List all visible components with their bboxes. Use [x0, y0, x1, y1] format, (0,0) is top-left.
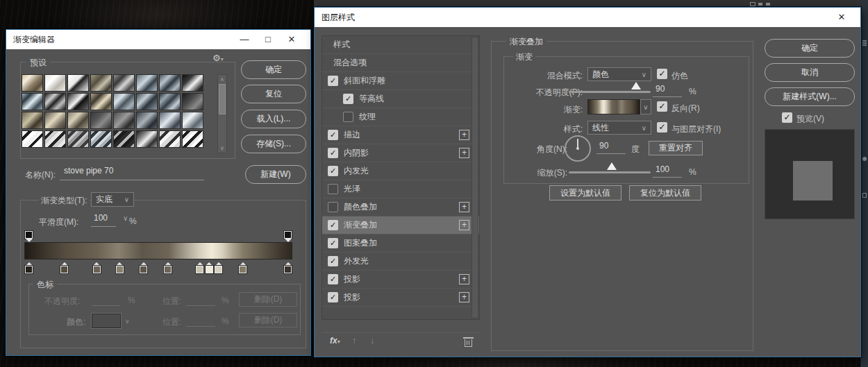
maximize-icon[interactable]: □: [256, 32, 280, 47]
effect-checkbox[interactable]: ✓: [328, 130, 338, 140]
gradient-preset-swatch[interactable]: [22, 112, 43, 129]
color-stop[interactable]: [205, 262, 214, 273]
gear-icon[interactable]: ⚙▾: [212, 53, 224, 63]
fx-menu-button[interactable]: fx▾: [330, 336, 340, 345]
gradient-preset-swatch[interactable]: [113, 74, 135, 92]
gradient-preset-swatch[interactable]: [67, 130, 89, 148]
effect-checkbox[interactable]: ✓: [328, 256, 338, 266]
gradient-preset-swatch[interactable]: [44, 74, 66, 92]
dither-checkbox[interactable]: ✓: [657, 69, 667, 79]
gradient-preset-swatch[interactable]: [159, 112, 181, 129]
effect-list-item[interactable]: 颜色叠加+: [322, 198, 479, 216]
effect-list-item[interactable]: 混合选项: [322, 54, 479, 72]
reverse-checkbox[interactable]: ✓: [657, 101, 667, 112]
gradient-preset-swatch[interactable]: [136, 74, 158, 92]
effect-checkbox[interactable]: ✓: [328, 148, 338, 158]
layer-style-ok-button[interactable]: 确定: [765, 39, 855, 58]
close-icon[interactable]: ✕: [830, 10, 853, 25]
color-stop[interactable]: [283, 262, 292, 273]
gradient-preset-swatch[interactable]: [90, 112, 112, 129]
effect-list-item[interactable]: ✓斜面和浮雕: [322, 72, 479, 90]
gradient-preset-swatch[interactable]: [113, 112, 135, 129]
preset-scrollbar[interactable]: ∧ ∨: [217, 74, 227, 153]
layer-style-cancel-button[interactable]: 取消: [765, 63, 855, 82]
effects-list-scroll-strip[interactable]: [471, 37, 478, 318]
color-stop[interactable]: [24, 262, 33, 273]
gradient-type-select[interactable]: 实底 ∨: [91, 192, 134, 207]
ok-button[interactable]: 确定: [241, 60, 306, 79]
color-stop[interactable]: [238, 262, 247, 273]
load-button[interactable]: 载入(L)...: [241, 110, 306, 128]
add-effect-icon[interactable]: +: [459, 202, 469, 212]
gradient-preset-swatch[interactable]: [159, 74, 181, 92]
gradient-preset-swatch[interactable]: [182, 130, 203, 148]
effect-checkbox[interactable]: ✓: [328, 238, 338, 248]
gradient-preset-swatch[interactable]: [182, 93, 203, 110]
effect-list-item[interactable]: ✓图案叠加: [322, 234, 479, 253]
blend-mode-select[interactable]: 颜色 ∨: [587, 67, 651, 81]
effect-checkbox[interactable]: ✓: [328, 292, 338, 302]
save-button[interactable]: 存储(S)...: [241, 135, 306, 153]
move-effect-up-icon[interactable]: ↑: [352, 336, 356, 345]
effect-checkbox[interactable]: [343, 112, 353, 122]
add-effect-icon[interactable]: +: [459, 148, 469, 158]
add-effect-icon[interactable]: +: [459, 130, 469, 140]
align-checkbox[interactable]: ✓: [657, 122, 667, 133]
effect-list-item[interactable]: ✓内阴影+: [322, 144, 479, 162]
gradient-preset-swatch[interactable]: [136, 130, 158, 148]
effect-list-item[interactable]: ✓外发光: [322, 253, 479, 271]
opacity-slider-thumb[interactable]: [631, 82, 641, 89]
reset-button[interactable]: 复位: [241, 85, 306, 103]
gradient-preview-dropdown[interactable]: [587, 99, 640, 114]
gradient-preset-swatch[interactable]: [44, 112, 66, 129]
effect-list-item[interactable]: 纹理: [322, 108, 479, 126]
trash-icon[interactable]: [465, 339, 472, 347]
color-stop[interactable]: [139, 262, 148, 273]
effect-list-item[interactable]: ✓投影+: [322, 289, 479, 307]
reset-alignment-button[interactable]: 重置对齐: [649, 141, 703, 155]
effect-list-item[interactable]: 样式: [322, 36, 479, 54]
effect-checkbox[interactable]: [328, 184, 338, 194]
gradient-preset-swatch[interactable]: [136, 112, 158, 129]
add-effect-icon[interactable]: +: [459, 220, 469, 230]
color-stop[interactable]: [195, 262, 204, 273]
effect-list-item[interactable]: ✓内发光: [322, 162, 479, 180]
scale-slider[interactable]: [569, 171, 651, 173]
minimize-icon[interactable]: —: [233, 32, 256, 47]
color-stop[interactable]: [214, 262, 223, 273]
gradient-preset-swatch[interactable]: [90, 93, 112, 110]
color-stop[interactable]: [60, 262, 69, 273]
effect-list-item[interactable]: ✓等高线: [322, 90, 479, 108]
reset-default-button[interactable]: 复位为默认值: [629, 185, 701, 200]
scale-slider-thumb[interactable]: [607, 162, 617, 170]
effect-list-item[interactable]: ✓投影+: [322, 271, 479, 289]
move-effect-down-icon[interactable]: ↓: [370, 336, 374, 345]
effect-list-item[interactable]: 光泽: [322, 180, 479, 198]
new-button[interactable]: 新建(W): [245, 165, 306, 184]
effect-checkbox[interactable]: [328, 202, 338, 212]
add-effect-icon[interactable]: +: [459, 292, 469, 302]
color-stop[interactable]: [92, 262, 101, 273]
gradient-preset-swatch[interactable]: [67, 93, 89, 110]
close-icon[interactable]: ✕: [280, 32, 303, 47]
gradient-preset-swatch[interactable]: [44, 93, 66, 110]
gradient-preview-arrow-button[interactable]: ∨: [640, 99, 651, 114]
effect-checkbox[interactable]: ✓: [328, 220, 338, 230]
gradient-preset-swatch[interactable]: [90, 74, 112, 92]
scrollbar-thumb[interactable]: [219, 84, 226, 114]
effect-checkbox[interactable]: ✓: [328, 274, 338, 284]
gradient-preset-swatch[interactable]: [67, 74, 89, 92]
gradient-preset-swatch[interactable]: [113, 93, 135, 110]
effect-checkbox[interactable]: ✓: [328, 166, 338, 176]
gradient-preset-swatch[interactable]: [159, 130, 181, 148]
preview-checkbox[interactable]: ✓: [782, 112, 792, 123]
gradient-preset-swatch[interactable]: [136, 93, 158, 110]
opacity-slider[interactable]: [569, 91, 651, 93]
gradient-preset-swatch[interactable]: [22, 130, 43, 148]
set-default-button[interactable]: 设置为默认值: [549, 185, 621, 200]
new-style-button[interactable]: 新建样式(W)...: [765, 87, 855, 106]
smoothness-input[interactable]: 100: [91, 213, 116, 227]
scale-input[interactable]: 100: [653, 164, 682, 178]
scroll-up-icon[interactable]: ∧: [218, 76, 226, 83]
gradient-preset-swatch[interactable]: [22, 93, 43, 110]
